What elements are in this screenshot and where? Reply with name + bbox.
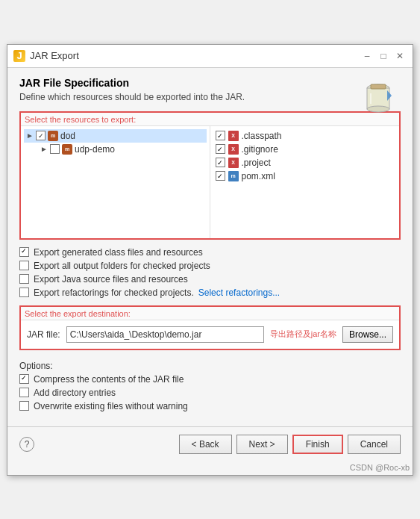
svg-point-2 [367,106,389,112]
watermark: CSDN @Roc-xb [7,461,413,475]
option-row-export-output: Export all output folders for checked pr… [19,261,401,271]
file-item-classpath[interactable]: X .classpath [213,129,397,143]
jar-file-input[interactable] [66,326,264,343]
tree-pane: ► m dod ► m udp-demo [21,126,210,238]
jar-icon [363,77,401,118]
resources-panel: Select the resources to export: ► m dod … [19,111,401,240]
jar-note: 导出路径及jar名称 [270,329,336,340]
checkbox-overwrite[interactable] [19,401,29,411]
main-content: JAR File Specification Define which reso… [7,68,413,426]
window-title: JAR Export [30,50,79,61]
jar-file-label: JAR file: [27,329,60,340]
classpath-icon: X [228,131,239,141]
jar-export-window: J JAR Export – □ ✕ JAR File Specificatio… [7,44,413,476]
label-export-output: Export all output folders for checked pr… [34,261,210,271]
checkbox-compress[interactable] [19,374,29,384]
maven-icon-udp: m [62,144,72,155]
finish-button[interactable]: Finish [292,435,343,454]
label-overwrite: Overwrite existing files without warning [34,401,188,411]
checkbox-pomxml[interactable] [216,171,225,181]
file-label-project: .project [242,158,271,168]
file-item-project[interactable]: X .project [213,156,397,170]
file-label-classpath: .classpath [242,131,282,141]
expand-arrow-udp[interactable]: ► [40,145,48,153]
file-label-pomxml: pom.xml [242,171,275,181]
file-pane: X .classpath X .gitignore X .project [210,126,400,238]
page-title: JAR File Specification [19,77,356,89]
label-export-refactor: Export refactorings for checked projects… [34,288,194,298]
file-item-gitignore[interactable]: X .gitignore [213,143,397,156]
page-description: Define which resources should be exporte… [19,92,356,102]
label-compress: Compress the contents of the JAR file [34,374,184,385]
checkbox-export-class[interactable] [19,247,29,257]
checkbox-export-output[interactable] [19,261,29,270]
checkbox-udp[interactable] [50,144,60,154]
title-bar: J JAR Export – □ ✕ [7,45,413,68]
label-export-class: Export generated class files and resourc… [34,247,203,258]
file-item-pomxml[interactable]: m pom.xml [213,170,397,183]
bottom-bar: ? < Back Next > Finish Cancel [7,426,413,461]
option-row-export-refactor: Export refactorings for checked projects… [19,288,401,298]
label-export-source: Export Java source files and resources [34,274,188,285]
checkbox-dod[interactable] [36,131,46,140]
option-row-overwrite: Overwrite existing files without warning [19,401,401,411]
title-bar-left: J JAR Export [13,50,79,62]
options-label: Options: [19,361,53,371]
resources-panel-label: Select the resources to export: [21,113,399,126]
tree-label-dod: dod [60,131,75,141]
tree-item-udp-demo[interactable]: ► m udp-demo [24,143,207,156]
option-row-directory: Add directory entries [19,388,401,398]
title-controls: – □ ✕ [360,49,407,63]
checkbox-directory[interactable] [19,388,29,397]
option-row-export-class: Export generated class files and resourc… [19,247,401,258]
checkbox-gitignore[interactable] [216,144,225,154]
maximize-button[interactable]: □ [377,49,390,63]
help-button[interactable]: ? [19,437,34,452]
header-area: JAR File Specification Define which reso… [19,77,401,102]
expand-arrow-dod[interactable]: ► [26,131,34,140]
select-refactorings-link[interactable]: Select refactorings... [198,288,280,298]
tree-label-udp: udp-demo [75,144,115,155]
window-icon: J [13,50,25,62]
back-button[interactable]: < Back [179,435,232,454]
browse-button[interactable]: Browse... [342,326,393,343]
maven-icon-dod: m [48,131,58,141]
destination-panel-label: Select the export destination: [21,307,399,320]
checkbox-export-refactor[interactable] [19,288,29,297]
destination-panel-inner: JAR file: 导出路径及jar名称 Browse... [21,320,399,349]
file-label-gitignore: .gitignore [242,144,278,155]
resources-panel-inner: ► m dod ► m udp-demo [21,126,399,238]
minimize-button[interactable]: – [360,49,374,63]
checkbox-export-source[interactable] [19,274,29,284]
option-row-export-source: Export Java source files and resources [19,274,401,285]
next-button[interactable]: Next > [236,435,288,454]
tree-item-dod[interactable]: ► m dod [24,129,207,143]
gitignore-icon: X [228,144,239,155]
compress-options: Options: Compress the contents of the JA… [19,358,401,417]
nav-buttons: < Back Next > Finish Cancel [179,435,401,454]
destination-panel: Select the export destination: JAR file:… [19,305,401,350]
export-options-area: Export generated class files and resourc… [19,247,401,298]
close-button[interactable]: ✕ [393,49,407,63]
checkbox-project[interactable] [216,158,225,167]
pomxml-icon: m [228,171,239,181]
label-directory: Add directory entries [34,388,116,398]
project-icon: X [228,158,239,168]
jar-file-row: JAR file: 导出路径及jar名称 Browse... [27,326,393,343]
checkbox-classpath[interactable] [216,131,225,140]
svg-rect-3 [371,84,386,89]
options-label-row: Options: [19,361,401,371]
option-row-compress: Compress the contents of the JAR file [19,374,401,385]
cancel-button[interactable]: Cancel [348,435,401,454]
